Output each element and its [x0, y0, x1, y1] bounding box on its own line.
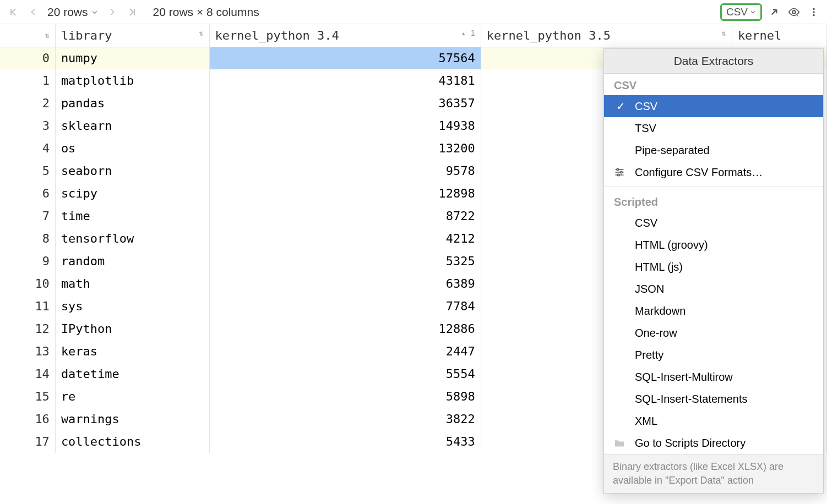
- extractor-select-button[interactable]: CSV: [720, 3, 762, 21]
- extractor-html-groovy[interactable]: HTML (groovy): [604, 234, 823, 256]
- col-header-next[interactable]: kernel: [732, 24, 826, 47]
- popup-title: Data Extractors: [604, 49, 823, 74]
- cell-library[interactable]: pandas: [55, 92, 209, 114]
- cell-library[interactable]: keras: [55, 340, 209, 363]
- cell-library[interactable]: IPython: [55, 317, 209, 340]
- cell-index[interactable]: 12: [0, 317, 55, 340]
- col-header-kp35[interactable]: kernel_python 3.5⇅: [481, 24, 732, 47]
- cell-library[interactable]: numpy: [55, 47, 209, 69]
- cell-kp34[interactable]: 36357: [209, 92, 481, 114]
- eye-icon[interactable]: [786, 4, 802, 20]
- rows-selector[interactable]: 20 rows: [47, 6, 98, 19]
- col-header-kp34[interactable]: kernel_python 3.4▴ 1: [209, 24, 481, 47]
- cell-library[interactable]: warnings: [55, 408, 209, 430]
- settings-icon: [614, 167, 627, 178]
- extractor-pretty[interactable]: Pretty: [604, 344, 823, 366]
- cell-kp34[interactable]: 8722: [209, 205, 481, 227]
- cell-library[interactable]: seaborn: [55, 160, 209, 182]
- check-icon: ✓: [614, 98, 627, 114]
- cell-index[interactable]: 3: [0, 114, 55, 137]
- export-icon[interactable]: [766, 4, 782, 20]
- cell-kp34[interactable]: 2447: [209, 340, 481, 363]
- cell-library[interactable]: tensorflow: [55, 227, 209, 250]
- extractor-scripted-csv[interactable]: CSV: [604, 212, 823, 234]
- cell-kp34[interactable]: 3822: [209, 408, 481, 430]
- extractor-onerow[interactable]: One-row: [604, 322, 823, 344]
- cell-index[interactable]: 8: [0, 227, 55, 250]
- more-icon[interactable]: [806, 4, 821, 20]
- cell-kp34[interactable]: 43181: [209, 69, 481, 92]
- svg-point-0: [792, 10, 796, 14]
- extractor-xml[interactable]: XML: [604, 410, 823, 432]
- cell-index[interactable]: 2: [0, 92, 55, 114]
- extractor-pipe[interactable]: Pipe-separated: [604, 139, 823, 161]
- cell-index[interactable]: 7: [0, 205, 55, 227]
- cell-library[interactable]: random: [55, 250, 209, 272]
- cell-index[interactable]: 9: [0, 250, 55, 272]
- cell-library[interactable]: sklearn: [55, 114, 209, 137]
- cell-index[interactable]: 14: [0, 363, 55, 385]
- cell-index[interactable]: 5: [0, 160, 55, 182]
- extractor-json[interactable]: JSON: [604, 278, 823, 300]
- cell-kp34[interactable]: 12886: [209, 317, 481, 340]
- cell-kp34[interactable]: 6389: [209, 272, 481, 295]
- cell-index[interactable]: 16: [0, 408, 55, 430]
- cell-index[interactable]: 15: [0, 385, 55, 408]
- cell-library[interactable]: os: [55, 137, 209, 160]
- data-extractors-popup: Data Extractors CSV ✓ CSV TSV Pipe-separ…: [603, 48, 824, 494]
- extractor-label: CSV: [726, 6, 748, 18]
- cell-kp34[interactable]: 5898: [209, 385, 481, 408]
- divider: [604, 187, 823, 187]
- cell-index[interactable]: 6: [0, 182, 55, 205]
- cell-library[interactable]: math: [55, 272, 209, 295]
- extractor-csv[interactable]: ✓ CSV: [604, 95, 823, 117]
- svg-point-5: [621, 171, 622, 173]
- cell-library[interactable]: sys: [55, 295, 209, 317]
- chevron-down-icon: [91, 9, 98, 15]
- popup-footer: Binary extractors (like Excel XLSX) are …: [604, 454, 823, 493]
- col-header-index[interactable]: ⇅: [0, 24, 55, 47]
- cell-index[interactable]: 17: [0, 430, 55, 453]
- cell-library[interactable]: scipy: [55, 182, 209, 205]
- svg-point-1: [813, 8, 815, 10]
- cell-kp34[interactable]: 5433: [209, 430, 481, 453]
- cell-kp34[interactable]: 12898: [209, 182, 481, 205]
- prev-page-icon[interactable]: [25, 4, 41, 20]
- cell-index[interactable]: 1: [0, 69, 55, 92]
- cell-index[interactable]: 10: [0, 272, 55, 295]
- popup-section-csv: CSV: [604, 74, 823, 95]
- cell-library[interactable]: re: [55, 385, 209, 408]
- col-header-library[interactable]: library⇅: [55, 24, 209, 47]
- next-page-icon[interactable]: [105, 4, 120, 20]
- cell-kp34[interactable]: 5325: [209, 250, 481, 272]
- extractor-sql-multirow[interactable]: SQL-Insert-Multirow: [604, 366, 823, 388]
- cell-kp34[interactable]: 5554: [209, 363, 481, 385]
- cell-kp34[interactable]: 13200: [209, 137, 481, 160]
- folder-icon: [614, 439, 627, 447]
- extractor-html-js[interactable]: HTML (js): [604, 256, 823, 278]
- extractor-sql-statements[interactable]: SQL-Insert-Statements: [604, 388, 823, 410]
- cell-index[interactable]: 4: [0, 137, 55, 160]
- cell-kp34[interactable]: 14938: [209, 114, 481, 137]
- cell-kp34[interactable]: 9578: [209, 160, 481, 182]
- cell-library[interactable]: collections: [55, 430, 209, 453]
- cell-kp34[interactable]: 4212: [209, 227, 481, 250]
- cell-library[interactable]: time: [55, 205, 209, 227]
- cell-kp34[interactable]: 7784: [209, 295, 481, 317]
- last-page-icon[interactable]: [124, 4, 140, 20]
- sort-icon: ⇅: [721, 29, 726, 37]
- first-page-icon[interactable]: [6, 4, 21, 20]
- configure-csv-formats[interactable]: Configure CSV Formats…: [604, 161, 823, 183]
- cell-library[interactable]: datetime: [55, 363, 209, 385]
- toolbar: 20 rows 20 rows × 8 columns CSV: [0, 0, 827, 24]
- sort-icon: ⇅: [199, 29, 203, 37]
- extractor-tsv[interactable]: TSV: [604, 117, 823, 139]
- cell-index[interactable]: 11: [0, 295, 55, 317]
- cell-index[interactable]: 13: [0, 340, 55, 363]
- extractor-markdown[interactable]: Markdown: [604, 300, 823, 322]
- rows-label: 20 rows: [47, 6, 88, 19]
- cell-library[interactable]: matplotlib: [55, 69, 209, 92]
- cell-kp34[interactable]: 57564: [209, 47, 481, 69]
- goto-scripts-dir[interactable]: Go to Scripts Directory: [604, 432, 823, 454]
- cell-index[interactable]: 0: [0, 47, 55, 69]
